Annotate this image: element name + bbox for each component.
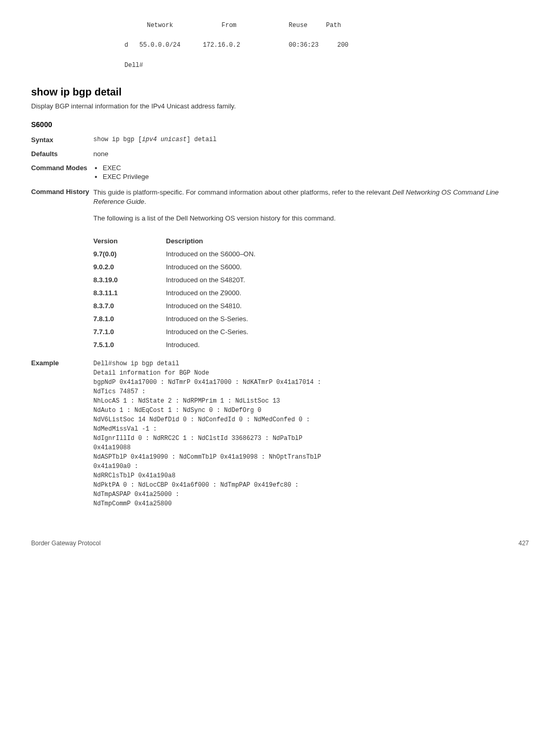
version-desc: Introduced on the Z9000.: [166, 289, 529, 297]
syntax-italic: ipv4 unicast: [142, 136, 187, 143]
history-row: Command History This guide is platform-s…: [31, 188, 529, 231]
history-desc-2: The following is a list of the Dell Netw…: [93, 214, 529, 223]
modes-label: Command Modes: [31, 164, 93, 172]
top-code-block: Network From Reuse Path d 55.0.0.0/24 17…: [124, 21, 529, 71]
footer-right: 427: [519, 540, 529, 547]
modes-row: Command Modes EXEC EXEC Privilege: [31, 164, 529, 182]
syntax-value: show ip bgp [ipv4 unicast] detail: [93, 136, 529, 143]
defaults-row: Defaults none: [31, 150, 529, 158]
history-desc-1c: .: [144, 198, 146, 205]
version-number: 9.0.2.0: [93, 263, 166, 271]
version-header-1: Version: [93, 237, 166, 245]
example-row: Example Dell#show ip bgp detail Detail i…: [31, 359, 529, 508]
command-heading: show ip bgp detail: [31, 86, 529, 98]
syntax-suffix: ] detail: [187, 136, 217, 143]
version-row: 9.7(0.0) Introduced on the S6000–ON.: [93, 250, 529, 258]
page-footer: Border Gateway Protocol 427: [31, 540, 529, 547]
footer-left: Border Gateway Protocol: [31, 540, 101, 547]
version-number: 7.8.1.0: [93, 315, 166, 323]
defaults-value: none: [93, 150, 529, 158]
version-desc: Introduced on the S6000–ON.: [166, 250, 529, 258]
version-desc: Introduced on the S6000.: [166, 263, 529, 271]
version-number: 8.3.11.1: [93, 289, 166, 297]
version-header-row: Version Description: [93, 237, 529, 245]
syntax-label: Syntax: [31, 136, 93, 144]
platform-heading: S6000: [31, 120, 529, 129]
version-table: Version Description 9.7(0.0) Introduced …: [93, 237, 529, 349]
version-number: 8.3.7.0: [93, 302, 166, 310]
version-row: 9.0.2.0 Introduced on the S6000.: [93, 263, 529, 271]
version-header-2: Description: [166, 237, 529, 245]
version-number: 7.7.1.0: [93, 328, 166, 336]
version-row: 8.3.7.0 Introduced on the S4810.: [93, 302, 529, 310]
version-desc: Introduced.: [166, 341, 529, 349]
syntax-prefix: show ip bgp [: [93, 136, 142, 143]
example-label: Example: [31, 359, 93, 367]
version-row: 8.3.19.0 Introduced on the S4820T.: [93, 276, 529, 284]
version-desc: Introduced on the S-Series.: [166, 315, 529, 323]
syntax-row: Syntax show ip bgp [ipv4 unicast] detail: [31, 136, 529, 144]
mode-item: EXEC: [103, 164, 529, 172]
version-row: 7.8.1.0 Introduced on the S-Series.: [93, 315, 529, 323]
version-number: 7.5.1.0: [93, 341, 166, 349]
version-number: 8.3.19.0: [93, 276, 166, 284]
version-desc: Introduced on the C-Series.: [166, 328, 529, 336]
version-row: 7.7.1.0 Introduced on the C-Series.: [93, 328, 529, 336]
history-desc-1: This guide is platform-specific. For com…: [93, 188, 529, 206]
version-row: 7.5.1.0 Introduced.: [93, 341, 529, 349]
modes-value: EXEC EXEC Privilege: [93, 164, 529, 182]
history-label: Command History: [31, 188, 93, 196]
command-description: Display BGP internal information for the…: [31, 102, 529, 110]
version-number: 9.7(0.0): [93, 250, 166, 258]
modes-list: EXEC EXEC Privilege: [93, 164, 529, 181]
history-value: This guide is platform-specific. For com…: [93, 188, 529, 231]
example-code: Dell#show ip bgp detail Detail informati…: [93, 359, 529, 508]
version-row: 8.3.11.1 Introduced on the Z9000.: [93, 289, 529, 297]
version-desc: Introduced on the S4820T.: [166, 276, 529, 284]
version-desc: Introduced on the S4810.: [166, 302, 529, 310]
defaults-label: Defaults: [31, 150, 93, 158]
history-desc-1a: This guide is platform-specific. For com…: [93, 188, 393, 196]
mode-item: EXEC Privilege: [103, 173, 529, 181]
